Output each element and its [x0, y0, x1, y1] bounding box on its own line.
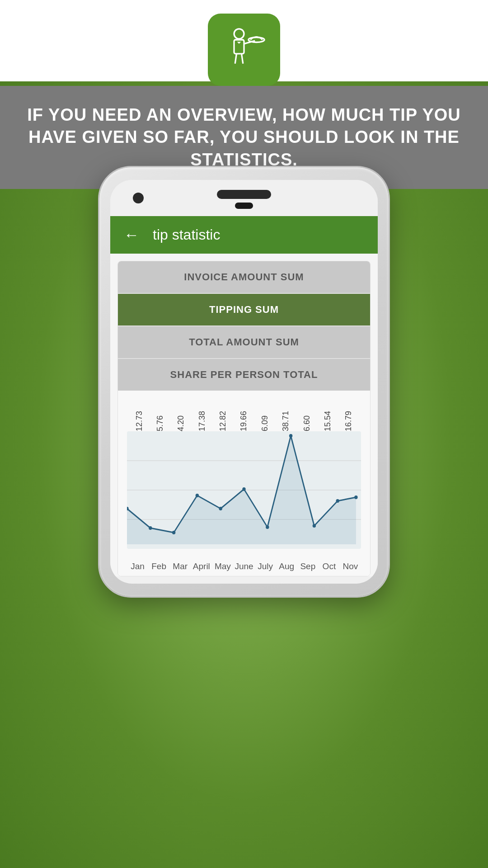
y-val-8: 6.60	[302, 415, 312, 431]
y-val-0: 12.73	[135, 411, 144, 431]
app-icon-wrapper	[208, 14, 280, 86]
phone-top-hardware	[110, 180, 378, 216]
y-val-10: 16.79	[344, 411, 353, 431]
y-val-3: 17.38	[197, 411, 207, 431]
chart-svg	[127, 431, 361, 558]
svg-point-14	[196, 494, 199, 497]
x-axis-labels: Jan Feb Mar April May June July Aug Sep …	[122, 558, 366, 576]
x-label-nov: Nov	[340, 561, 361, 571]
chart-area: 12.73 5.76 4.20 17.38 12.82 19.66 6.09 3…	[118, 391, 370, 576]
svg-point-12	[149, 526, 152, 530]
y-val-4: 12.82	[218, 411, 228, 431]
y-val-1: 5.76	[155, 415, 165, 431]
svg-point-19	[313, 524, 316, 528]
svg-point-0	[234, 29, 244, 39]
y-val-6: 6.09	[260, 415, 270, 431]
phone-sensor	[235, 203, 253, 209]
phone-speaker	[217, 190, 271, 199]
filter-card: INVOICE AMOUNT SUM TIPPING SUM TOTAL AMO…	[117, 261, 371, 576]
y-axis-labels: 12.73 5.76 4.20 17.38 12.82 19.66 6.09 3…	[122, 395, 366, 431]
tipping-sum-button[interactable]: TIPPING SUM	[118, 294, 370, 326]
x-label-may: May	[212, 561, 233, 571]
x-label-jul: July	[255, 561, 276, 571]
svg-point-13	[172, 531, 175, 534]
app-screen: ← tip statistic INVOICE AMOUNT SUM TIPPI…	[110, 216, 378, 576]
share-per-person-button[interactable]: SHARE PER PERSON TOTAL	[118, 359, 370, 391]
waiter-tip-icon	[219, 25, 269, 75]
svg-point-21	[354, 495, 357, 499]
svg-point-15	[219, 507, 222, 510]
x-label-mar: Mar	[169, 561, 191, 571]
y-val-7: 38.71	[281, 411, 291, 431]
svg-line-5	[235, 54, 236, 64]
phone-mockup: ← tip statistic INVOICE AMOUNT SUM TIPPI…	[99, 167, 389, 596]
svg-marker-2	[237, 42, 241, 43]
svg-line-6	[242, 54, 243, 64]
app-header: ← tip statistic	[110, 216, 378, 254]
x-label-apr: April	[191, 561, 212, 571]
phone-outer-shell: ← tip statistic INVOICE AMOUNT SUM TIPPI…	[99, 167, 389, 596]
invoice-amount-sum-button[interactable]: INVOICE AMOUNT SUM	[118, 261, 370, 294]
x-label-sep: Sep	[297, 561, 319, 571]
svg-point-16	[242, 487, 245, 491]
svg-point-18	[289, 434, 292, 438]
app-icon	[208, 14, 280, 86]
total-amount-sum-button[interactable]: TOTAL AMOUNT SUM	[118, 326, 370, 359]
x-label-feb: Feb	[148, 561, 169, 571]
svg-point-20	[336, 499, 339, 503]
phone-screen-area: ← tip statistic INVOICE AMOUNT SUM TIPPI…	[110, 180, 378, 584]
back-button[interactable]: ←	[124, 226, 139, 244]
x-label-aug: Aug	[276, 561, 297, 571]
phone-camera	[133, 193, 144, 203]
svg-point-17	[266, 525, 269, 529]
banner-text: IF YOU NEED AN OVERVIEW, HOW MUCH TIP YO…	[27, 104, 461, 171]
line-chart	[127, 431, 361, 558]
screen-title: tip statistic	[153, 226, 220, 243]
x-label-jun: June	[233, 561, 254, 571]
y-val-2: 4.20	[176, 415, 186, 431]
y-val-9: 15.54	[323, 411, 333, 431]
x-label-jan: Jan	[127, 561, 148, 571]
x-label-oct: Oct	[319, 561, 340, 571]
y-val-5: 19.66	[239, 411, 249, 431]
